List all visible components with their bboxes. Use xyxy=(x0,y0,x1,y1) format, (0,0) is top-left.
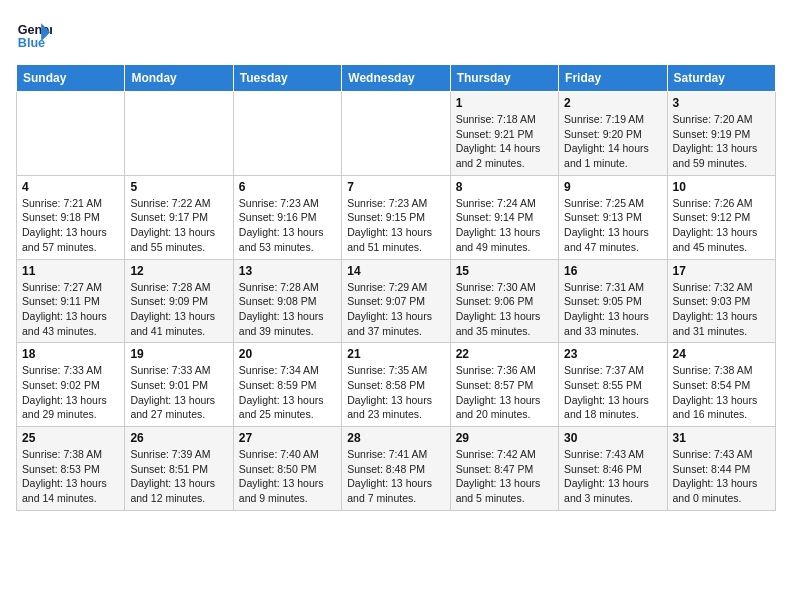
day-info: Sunrise: 7:31 AM Sunset: 9:05 PM Dayligh… xyxy=(564,280,661,339)
calendar-day-cell: 16Sunrise: 7:31 AM Sunset: 9:05 PM Dayli… xyxy=(559,259,667,343)
calendar-day-cell: 21Sunrise: 7:35 AM Sunset: 8:58 PM Dayli… xyxy=(342,343,450,427)
day-number: 14 xyxy=(347,264,444,278)
day-number: 8 xyxy=(456,180,553,194)
calendar-day-cell: 15Sunrise: 7:30 AM Sunset: 9:06 PM Dayli… xyxy=(450,259,558,343)
calendar-header: SundayMondayTuesdayWednesdayThursdayFrid… xyxy=(17,65,776,92)
day-number: 25 xyxy=(22,431,119,445)
day-info: Sunrise: 7:43 AM Sunset: 8:46 PM Dayligh… xyxy=(564,447,661,506)
day-number: 5 xyxy=(130,180,227,194)
day-info: Sunrise: 7:36 AM Sunset: 8:57 PM Dayligh… xyxy=(456,363,553,422)
calendar-day-cell: 10Sunrise: 7:26 AM Sunset: 9:12 PM Dayli… xyxy=(667,175,775,259)
day-number: 13 xyxy=(239,264,336,278)
day-number: 20 xyxy=(239,347,336,361)
day-info: Sunrise: 7:37 AM Sunset: 8:55 PM Dayligh… xyxy=(564,363,661,422)
calendar-day-cell: 31Sunrise: 7:43 AM Sunset: 8:44 PM Dayli… xyxy=(667,427,775,511)
calendar-body: 1Sunrise: 7:18 AM Sunset: 9:21 PM Daylig… xyxy=(17,92,776,511)
day-number: 7 xyxy=(347,180,444,194)
day-of-week-header: Monday xyxy=(125,65,233,92)
day-number: 12 xyxy=(130,264,227,278)
calendar-day-cell xyxy=(17,92,125,176)
day-number: 1 xyxy=(456,96,553,110)
day-number: 15 xyxy=(456,264,553,278)
day-info: Sunrise: 7:43 AM Sunset: 8:44 PM Dayligh… xyxy=(673,447,770,506)
calendar-day-cell: 3Sunrise: 7:20 AM Sunset: 9:19 PM Daylig… xyxy=(667,92,775,176)
day-number: 9 xyxy=(564,180,661,194)
day-number: 19 xyxy=(130,347,227,361)
day-number: 11 xyxy=(22,264,119,278)
day-info: Sunrise: 7:34 AM Sunset: 8:59 PM Dayligh… xyxy=(239,363,336,422)
day-number: 17 xyxy=(673,264,770,278)
day-info: Sunrise: 7:38 AM Sunset: 8:54 PM Dayligh… xyxy=(673,363,770,422)
day-info: Sunrise: 7:29 AM Sunset: 9:07 PM Dayligh… xyxy=(347,280,444,339)
logo: General Blue xyxy=(16,16,52,52)
calendar-day-cell: 1Sunrise: 7:18 AM Sunset: 9:21 PM Daylig… xyxy=(450,92,558,176)
calendar-day-cell: 23Sunrise: 7:37 AM Sunset: 8:55 PM Dayli… xyxy=(559,343,667,427)
calendar-day-cell: 13Sunrise: 7:28 AM Sunset: 9:08 PM Dayli… xyxy=(233,259,341,343)
calendar-day-cell: 9Sunrise: 7:25 AM Sunset: 9:13 PM Daylig… xyxy=(559,175,667,259)
calendar-day-cell: 30Sunrise: 7:43 AM Sunset: 8:46 PM Dayli… xyxy=(559,427,667,511)
day-info: Sunrise: 7:27 AM Sunset: 9:11 PM Dayligh… xyxy=(22,280,119,339)
calendar-week-row: 25Sunrise: 7:38 AM Sunset: 8:53 PM Dayli… xyxy=(17,427,776,511)
day-info: Sunrise: 7:20 AM Sunset: 9:19 PM Dayligh… xyxy=(673,112,770,171)
calendar-day-cell xyxy=(342,92,450,176)
calendar-day-cell: 4Sunrise: 7:21 AM Sunset: 9:18 PM Daylig… xyxy=(17,175,125,259)
day-number: 18 xyxy=(22,347,119,361)
calendar-day-cell: 7Sunrise: 7:23 AM Sunset: 9:15 PM Daylig… xyxy=(342,175,450,259)
calendar-week-row: 4Sunrise: 7:21 AM Sunset: 9:18 PM Daylig… xyxy=(17,175,776,259)
day-of-week-header: Friday xyxy=(559,65,667,92)
day-info: Sunrise: 7:18 AM Sunset: 9:21 PM Dayligh… xyxy=(456,112,553,171)
day-info: Sunrise: 7:30 AM Sunset: 9:06 PM Dayligh… xyxy=(456,280,553,339)
day-info: Sunrise: 7:24 AM Sunset: 9:14 PM Dayligh… xyxy=(456,196,553,255)
day-number: 29 xyxy=(456,431,553,445)
calendar-day-cell: 22Sunrise: 7:36 AM Sunset: 8:57 PM Dayli… xyxy=(450,343,558,427)
calendar-day-cell: 27Sunrise: 7:40 AM Sunset: 8:50 PM Dayli… xyxy=(233,427,341,511)
calendar-day-cell xyxy=(233,92,341,176)
day-info: Sunrise: 7:33 AM Sunset: 9:01 PM Dayligh… xyxy=(130,363,227,422)
day-number: 24 xyxy=(673,347,770,361)
calendar-table: SundayMondayTuesdayWednesdayThursdayFrid… xyxy=(16,64,776,511)
calendar-week-row: 18Sunrise: 7:33 AM Sunset: 9:02 PM Dayli… xyxy=(17,343,776,427)
day-info: Sunrise: 7:32 AM Sunset: 9:03 PM Dayligh… xyxy=(673,280,770,339)
day-of-week-header: Wednesday xyxy=(342,65,450,92)
day-of-week-header: Saturday xyxy=(667,65,775,92)
day-number: 30 xyxy=(564,431,661,445)
day-number: 16 xyxy=(564,264,661,278)
days-header-row: SundayMondayTuesdayWednesdayThursdayFrid… xyxy=(17,65,776,92)
day-number: 3 xyxy=(673,96,770,110)
day-info: Sunrise: 7:35 AM Sunset: 8:58 PM Dayligh… xyxy=(347,363,444,422)
day-number: 28 xyxy=(347,431,444,445)
day-of-week-header: Thursday xyxy=(450,65,558,92)
day-of-week-header: Sunday xyxy=(17,65,125,92)
day-of-week-header: Tuesday xyxy=(233,65,341,92)
day-info: Sunrise: 7:41 AM Sunset: 8:48 PM Dayligh… xyxy=(347,447,444,506)
day-info: Sunrise: 7:23 AM Sunset: 9:16 PM Dayligh… xyxy=(239,196,336,255)
calendar-day-cell: 29Sunrise: 7:42 AM Sunset: 8:47 PM Dayli… xyxy=(450,427,558,511)
calendar-day-cell xyxy=(125,92,233,176)
day-info: Sunrise: 7:39 AM Sunset: 8:51 PM Dayligh… xyxy=(130,447,227,506)
page-header: General Blue xyxy=(16,16,776,52)
day-number: 23 xyxy=(564,347,661,361)
calendar-day-cell: 18Sunrise: 7:33 AM Sunset: 9:02 PM Dayli… xyxy=(17,343,125,427)
day-info: Sunrise: 7:33 AM Sunset: 9:02 PM Dayligh… xyxy=(22,363,119,422)
calendar-day-cell: 8Sunrise: 7:24 AM Sunset: 9:14 PM Daylig… xyxy=(450,175,558,259)
calendar-day-cell: 28Sunrise: 7:41 AM Sunset: 8:48 PM Dayli… xyxy=(342,427,450,511)
calendar-week-row: 1Sunrise: 7:18 AM Sunset: 9:21 PM Daylig… xyxy=(17,92,776,176)
day-number: 27 xyxy=(239,431,336,445)
calendar-day-cell: 17Sunrise: 7:32 AM Sunset: 9:03 PM Dayli… xyxy=(667,259,775,343)
day-info: Sunrise: 7:42 AM Sunset: 8:47 PM Dayligh… xyxy=(456,447,553,506)
logo-icon: General Blue xyxy=(16,16,52,52)
day-info: Sunrise: 7:38 AM Sunset: 8:53 PM Dayligh… xyxy=(22,447,119,506)
day-info: Sunrise: 7:22 AM Sunset: 9:17 PM Dayligh… xyxy=(130,196,227,255)
calendar-day-cell: 14Sunrise: 7:29 AM Sunset: 9:07 PM Dayli… xyxy=(342,259,450,343)
day-info: Sunrise: 7:28 AM Sunset: 9:09 PM Dayligh… xyxy=(130,280,227,339)
calendar-day-cell: 26Sunrise: 7:39 AM Sunset: 8:51 PM Dayli… xyxy=(125,427,233,511)
svg-text:Blue: Blue xyxy=(18,36,45,50)
calendar-day-cell: 12Sunrise: 7:28 AM Sunset: 9:09 PM Dayli… xyxy=(125,259,233,343)
day-number: 10 xyxy=(673,180,770,194)
day-number: 31 xyxy=(673,431,770,445)
day-info: Sunrise: 7:40 AM Sunset: 8:50 PM Dayligh… xyxy=(239,447,336,506)
day-info: Sunrise: 7:23 AM Sunset: 9:15 PM Dayligh… xyxy=(347,196,444,255)
day-number: 4 xyxy=(22,180,119,194)
day-info: Sunrise: 7:19 AM Sunset: 9:20 PM Dayligh… xyxy=(564,112,661,171)
day-info: Sunrise: 7:28 AM Sunset: 9:08 PM Dayligh… xyxy=(239,280,336,339)
